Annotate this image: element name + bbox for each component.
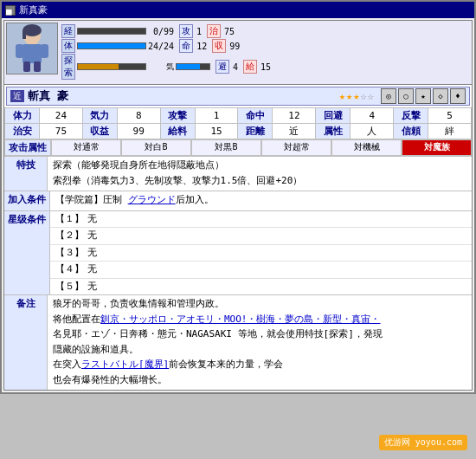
hit-label2: 命	[179, 39, 193, 53]
content-area: 経 0/99 攻 1 治 75 体 24/24	[3, 20, 473, 391]
star-cond-val-2: 无	[87, 229, 97, 243]
tokki-line-1: 探索（能够発現自身所在地得隠蔽地点）	[53, 158, 466, 173]
window-icon: ■	[5, 5, 16, 16]
salary-val2: 15	[261, 62, 271, 72]
notes-line-5: 在突入ラストバトル[魔界]前会恢复本来的力量，学会	[53, 358, 466, 372]
stat-val-shuueki: 99	[117, 124, 160, 139]
star-cond-label-3: 【３】	[55, 246, 84, 261]
stat-val-chian: 75	[40, 124, 83, 139]
mp-bar-wrap	[77, 42, 146, 49]
action-btn-2[interactable]: ○	[398, 88, 414, 104]
ki-label: 気	[148, 61, 174, 73]
window-title: 新真豪	[19, 3, 48, 16]
atk-label2: 攻	[179, 24, 193, 38]
svg-rect-5	[16, 44, 23, 58]
sapporo-link[interactable]: 釧京・サッポロ・アオモリ・MOO!・樹海・夢の島・新型・真宙・	[100, 314, 381, 325]
star-4: ☆	[361, 90, 367, 102]
hp-bar-wrap	[77, 28, 146, 35]
ki-bar-wrap	[176, 63, 210, 70]
title-bar: ■ 新真豪	[2, 2, 474, 18]
stat-val-shinrai: 絆	[428, 124, 472, 139]
star-cond-val-1: 无	[87, 212, 97, 227]
name-tag: 近	[10, 90, 24, 102]
heal-label2: 治	[207, 24, 221, 38]
join-text: 【学院篇】圧制 グラウンド后加入。	[55, 193, 466, 208]
hp-row: 経 0/99 攻 1 治 75	[61, 24, 466, 38]
notes-content: 狼牙的哥哥，负责收集情報和管理内政。 将他配置在釧京・サッポロ・アオモリ・MOO…	[48, 295, 472, 390]
exp-row: 探索 気 避 4 給 15	[61, 54, 466, 80]
exp-bar-wrap	[77, 63, 146, 70]
star-2: ★	[346, 90, 352, 102]
tokki-section: 特技 探索（能够発現自身所在地得隠蔽地点） 索烈拳（消毒気力3、先制攻撃、攻撃力…	[4, 157, 472, 191]
star-cond-val-3: 无	[87, 246, 97, 261]
attack-types-row: 攻击属性 対通常 対白B 対黒B 対超常 対機械 対魔族	[4, 139, 472, 157]
tokki-line-2: 索烈拳（消毒気力3、先制攻撃、攻撃力1.5倍、回避+20）	[53, 174, 466, 189]
mp-bar	[78, 43, 145, 48]
star-rating: ★ ★ ★ ☆ ☆	[339, 90, 374, 102]
hit-val2: 12	[196, 42, 207, 51]
star-cond-2: 【２】 无	[50, 228, 472, 245]
char-panel: 経 0/99 攻 1 治 75 体 24/24	[4, 21, 472, 85]
tokki-label: 特技	[4, 157, 48, 191]
action-btn-3[interactable]: ★	[415, 88, 431, 104]
stat-val-kogeki: 1	[195, 108, 238, 124]
star-cond-val-5: 无	[87, 280, 97, 294]
ground-link[interactable]: グラウンド	[128, 194, 176, 205]
star-cond-label-4: 【４】	[55, 262, 84, 277]
char-portrait	[6, 23, 58, 74]
salary-label2: 給	[243, 60, 257, 74]
mp-label: 体	[61, 39, 75, 53]
action-btn-5[interactable]: ♦	[450, 88, 466, 104]
avoid-val2: 4	[233, 62, 238, 72]
exp-bar	[78, 64, 119, 69]
stat-label-hangeki: 反撃	[394, 108, 428, 124]
star-conditions-section: 星级条件 【１】 无 【２】 无 【３】 无 【４】 无	[4, 211, 472, 296]
star-5: ☆	[368, 90, 374, 102]
lastbattle-link[interactable]: ラストバトル[魔界]	[81, 359, 169, 370]
stat-val-kiryoku: 8	[117, 108, 160, 124]
stat-label-kyuuryou: 給料	[160, 124, 195, 139]
notes-section: 备注 狼牙的哥哥，负责收集情報和管理内政。 将他配置在釧京・サッポロ・アオモリ・…	[4, 295, 472, 390]
income-val2: 99	[229, 42, 240, 51]
stat-label-kiryoku: 気力	[82, 108, 117, 124]
star-1: ★	[339, 90, 345, 102]
star-conditions-label: 星级条件	[4, 211, 50, 295]
join-section: 加入条件 【学院篇】圧制 グラウンド后加入。	[4, 191, 472, 211]
ki-bar	[177, 64, 200, 69]
name-plate: 近 斬真 豪 ★ ★ ★ ☆ ☆ ◎ ○ ★ ◇ ♦	[6, 87, 470, 106]
stat-label-kyori: 距離	[238, 124, 273, 139]
hp-label: 経	[61, 24, 75, 38]
action-btn-4[interactable]: ◇	[433, 88, 448, 104]
attack-type-demon: 対魔族	[402, 139, 472, 156]
stat-val-hangeki: 5	[428, 108, 472, 124]
star-cond-label-2: 【２】	[55, 229, 84, 243]
attack-type-super: 対超常	[261, 139, 331, 156]
star-3: ★	[353, 90, 359, 102]
char-name: 斬真 豪	[28, 88, 68, 104]
stat-label-shuueki: 収益	[82, 124, 117, 139]
notes-line-4: 隠藏的設施和道具。	[53, 343, 466, 358]
stat-val-kaihi: 4	[351, 108, 394, 124]
hp-value: 0/99	[148, 27, 174, 36]
notes-label: 备注	[4, 295, 48, 390]
heal-val2: 75	[224, 27, 235, 36]
tokki-content: 探索（能够発現自身所在地得隠蔽地点） 索烈拳（消毒気力3、先制攻撃、攻撃力1.5…	[48, 157, 472, 191]
mp-value: 24/24	[148, 42, 174, 51]
attack-types-label: 攻击属性	[4, 139, 51, 156]
star-cond-4: 【４】 无	[50, 262, 472, 279]
atk-val2: 1	[196, 27, 202, 36]
main-window: ■ 新真豪	[0, 0, 476, 394]
notes-line-6: 也会有爆発性的大幅增长。	[53, 373, 466, 388]
action-btn-1[interactable]: ◎	[381, 88, 396, 104]
star-cond-label-1: 【１】	[55, 212, 84, 227]
attack-type-black: 対黒B	[191, 139, 261, 156]
star-conditions-content: 【１】 无 【２】 无 【３】 无 【４】 无 【５】 无	[50, 211, 472, 295]
stat-val-kyori: 近	[273, 124, 316, 139]
star-cond-label-5: 【５】	[55, 280, 84, 294]
action-icons: ◎ ○ ★ ◇ ♦	[381, 88, 466, 104]
attack-type-normal: 対通常	[51, 139, 121, 156]
mp-row: 体 24/24 命 12 収 99	[61, 39, 466, 53]
stat-label-kogeki: 攻撃	[160, 108, 195, 124]
svg-rect-3	[23, 30, 26, 39]
join-label: 加入条件	[4, 191, 50, 210]
